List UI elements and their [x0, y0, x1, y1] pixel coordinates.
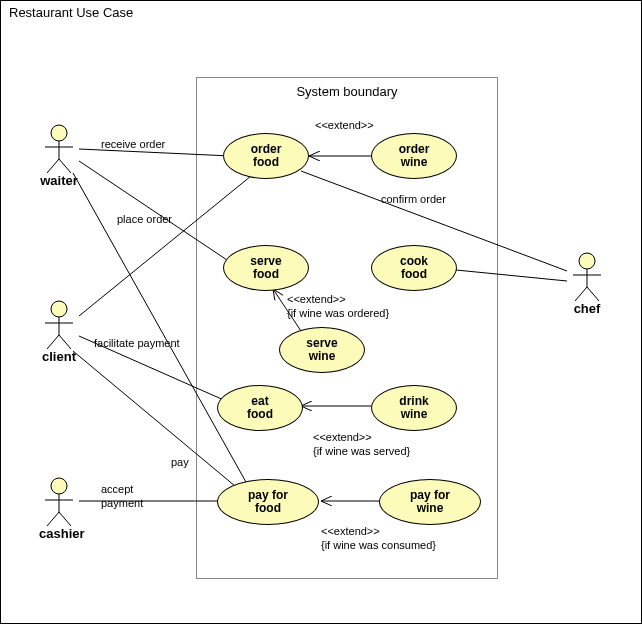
system-boundary-title: System boundary: [197, 84, 497, 99]
diagram-frame: Restaurant Use Case System boundary wait…: [0, 0, 642, 624]
svg-point-15: [579, 253, 595, 269]
usecase-cook-food: cookfood: [371, 245, 457, 291]
usecase-serve-food: servefood: [223, 245, 309, 291]
svg-line-18: [575, 287, 587, 301]
actor-icon: [567, 251, 607, 303]
label-pay: pay: [171, 456, 189, 468]
label-facilitate-payment: facilitate payment: [94, 337, 180, 349]
usecase-order-food: orderfood: [223, 133, 309, 179]
svg-line-19: [587, 287, 599, 301]
label-accept-l2: payment: [101, 497, 143, 509]
label-confirm-order: confirm order: [381, 193, 446, 205]
usecase-eat-food: eatfood: [217, 385, 303, 431]
label-extend4-cond: {if wine was consumed}: [321, 539, 436, 551]
svg-point-10: [51, 478, 67, 494]
actor-icon: [39, 476, 79, 528]
svg-line-14: [59, 512, 71, 526]
svg-line-4: [59, 159, 71, 173]
label-extend2: <<extend>>: [287, 293, 346, 305]
usecase-serve-wine: servewine: [279, 327, 365, 373]
actor-chef: chef: [567, 251, 607, 316]
svg-point-5: [51, 301, 67, 317]
label-extend4: <<extend>>: [321, 525, 380, 537]
diagram-title: Restaurant Use Case: [9, 5, 133, 20]
label-extend1: <<extend>>: [315, 119, 374, 131]
usecase-order-wine: orderwine: [371, 133, 457, 179]
svg-point-0: [51, 125, 67, 141]
usecase-pay-for-food: pay forfood: [217, 479, 319, 525]
actor-label: chef: [567, 301, 607, 316]
actor-waiter: waiter: [39, 123, 79, 188]
svg-line-13: [47, 512, 59, 526]
label-extend3-cond: {if wine was served}: [313, 445, 410, 457]
actor-icon: [39, 299, 79, 351]
label-receive-order: receive order: [101, 138, 165, 150]
svg-line-9: [59, 335, 71, 349]
actor-icon: [39, 123, 79, 175]
actor-cashier: cashier: [39, 476, 85, 541]
svg-line-3: [47, 159, 59, 173]
actor-label: waiter: [39, 173, 79, 188]
label-extend3: <<extend>>: [313, 431, 372, 443]
actor-label: client: [39, 349, 79, 364]
label-accept-l1: accept: [101, 483, 133, 495]
usecase-drink-wine: drinkwine: [371, 385, 457, 431]
label-extend2-cond: {if wine was ordered}: [287, 307, 389, 319]
actor-client: client: [39, 299, 79, 364]
label-place-order: place order: [117, 213, 172, 225]
usecase-pay-for-wine: pay forwine: [379, 479, 481, 525]
svg-line-8: [47, 335, 59, 349]
actor-label: cashier: [39, 526, 85, 541]
